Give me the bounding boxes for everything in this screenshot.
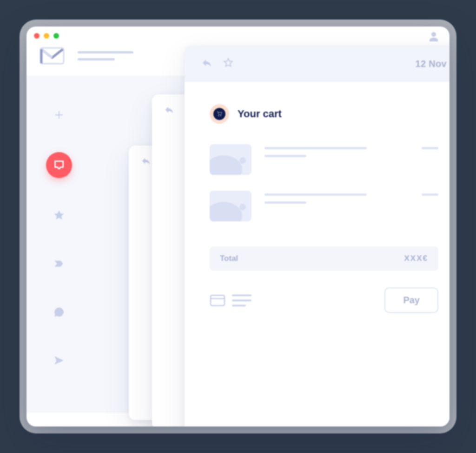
star-button[interactable] [223, 57, 234, 70]
product-image-placeholder [210, 191, 251, 221]
payment-method-icon [210, 294, 251, 306]
svg-rect-1 [211, 295, 225, 306]
search-placeholder-skeleton [78, 51, 133, 60]
cart-heading: Your cart [238, 108, 282, 120]
cart-total-row: Total XXX€ [210, 246, 438, 271]
starred-button[interactable] [48, 204, 70, 226]
product-text-skeleton [264, 144, 402, 157]
gmail-logo-icon [40, 47, 65, 65]
window-close-button[interactable] [34, 33, 40, 39]
reply-icon [164, 105, 174, 117]
email-card-front[interactable]: 12 Nov Your cart [185, 46, 450, 426]
total-label: Total [220, 254, 238, 263]
product-image-placeholder [210, 144, 251, 175]
window-minimize-button[interactable] [44, 33, 49, 39]
cart-item [210, 144, 438, 175]
email-date: 12 Nov [416, 59, 447, 69]
compose-button[interactable] [48, 104, 70, 126]
product-text-skeleton [264, 191, 402, 204]
reply-icon [141, 156, 151, 168]
sent-button[interactable] [48, 349, 70, 372]
product-price-skeleton [415, 191, 438, 196]
pay-button[interactable]: Pay [384, 287, 438, 313]
important-button[interactable] [48, 253, 70, 275]
email-header: 12 Nov [185, 46, 450, 82]
window-zoom-button[interactable] [53, 33, 59, 39]
window-titlebar [26, 27, 450, 45]
email-stack: 12 Nov Your cart [92, 76, 450, 413]
reply-button[interactable] [201, 57, 212, 70]
cart-item [210, 191, 438, 221]
inbox-button[interactable] [46, 152, 72, 178]
product-price-skeleton [415, 144, 438, 149]
app-window: 12 Nov Your cart [26, 27, 450, 426]
total-amount: XXX€ [404, 254, 428, 263]
sidebar [26, 76, 92, 413]
chat-button[interactable] [48, 301, 70, 323]
account-icon[interactable] [428, 31, 439, 44]
email-body: Your cart [185, 82, 450, 426]
cart-icon [210, 104, 229, 124]
